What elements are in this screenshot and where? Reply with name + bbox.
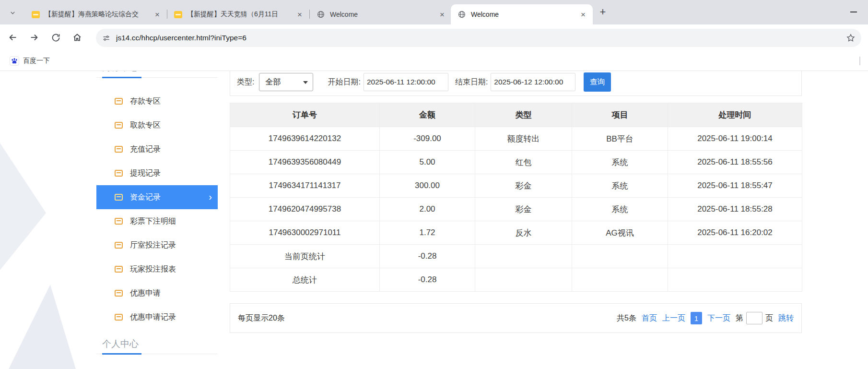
table-row: 1749639614220132 -309.00 额度转出 BB平台 2025-…: [230, 127, 802, 151]
tab-1[interactable]: 【新提醒】海燕策略论坛综合交: [25, 4, 167, 24]
main-content: 类型: 全部 开始日期: 结束日期: 查询 订单号 金额: [230, 71, 802, 369]
col-process-time: 处理时间: [668, 103, 802, 127]
next-page-link[interactable]: 下一页: [707, 313, 730, 323]
lottery-bet-detail-icon: [115, 218, 123, 225]
yellow-site-icon: [32, 11, 40, 18]
cell-project: 系统: [572, 151, 668, 174]
reload-button[interactable]: [47, 29, 64, 46]
col-type: 类型: [475, 103, 572, 127]
sidebar-item-label: 优惠申请记录: [130, 312, 176, 322]
cell-project: BB平台: [572, 127, 668, 151]
home-icon: [72, 32, 82, 43]
cell-process-time: 2025-06-11 18:55:28: [668, 198, 802, 221]
cell-order-id: 1749634171141317: [230, 174, 380, 198]
cell-amount: -0.28: [380, 245, 475, 268]
search-button[interactable]: 查询: [584, 72, 611, 92]
sidebar-section-finance: 财务中心: [96, 71, 218, 78]
bookmarks-bar: 百度一下: [0, 51, 868, 71]
cell-type: 反水: [475, 221, 572, 245]
sidebar-item-label: 彩票下注明细: [130, 216, 176, 226]
sidebar-item-label: 资金记录: [130, 192, 161, 202]
recharge-record-icon: [115, 146, 123, 153]
tab-3[interactable]: Welcome: [310, 4, 452, 24]
cell-type: [475, 245, 572, 268]
pagination-controls: 共5条 首页 上一页 1 下一页 第 页 跳转: [611, 312, 794, 324]
back-button[interactable]: [5, 29, 21, 46]
cell-amount: -0.28: [380, 268, 475, 292]
bookmark-baidu[interactable]: 百度一下: [6, 54, 54, 68]
yellow-site-icon: [174, 11, 182, 18]
cell-amount: 1.72: [380, 221, 475, 245]
total-count-text: 共5条: [617, 313, 636, 323]
url-text: js14.cc/hhcp/usercenter.html?iniType=6: [116, 34, 846, 42]
sidebar-menu: 存款专区 取款专区 充值记录 提现记录 资金记录 彩票下注明细: [96, 89, 218, 329]
cell-project: 系统: [572, 198, 668, 221]
section-underline: [102, 77, 141, 78]
tab-title: 【新提醒】天天竞猜（6月11日: [187, 10, 295, 19]
funds-record-icon: [115, 194, 123, 201]
globe-icon: [317, 10, 325, 19]
cell-project: [572, 245, 668, 268]
window-minimize-button[interactable]: [845, 4, 862, 20]
chevron-right-icon: [209, 191, 212, 202]
sidebar-item-promo-apply-records[interactable]: 优惠申请记录: [96, 305, 218, 329]
page-jump-input[interactable]: [746, 312, 762, 324]
filter-panel: 类型: 全部 开始日期: 结束日期: 查询: [230, 71, 802, 96]
browser-toolbar: js14.cc/hhcp/usercenter.html?iniType=6: [0, 24, 868, 51]
baidu-paw-icon: [10, 56, 19, 66]
sidebar-item-withdraw-zone[interactable]: 取款专区: [96, 113, 218, 137]
cell-process-time: [668, 245, 802, 268]
first-page-link[interactable]: 首页: [642, 313, 657, 323]
type-select[interactable]: 全部: [259, 73, 313, 91]
tab-search-button[interactable]: [5, 5, 20, 20]
new-tab-button[interactable]: [596, 5, 610, 19]
cell-amount: 2.00: [380, 198, 475, 221]
back-arrow-icon: [8, 32, 18, 43]
bookmark-star-icon[interactable]: [846, 33, 856, 43]
start-date-label: 开始日期:: [328, 77, 360, 87]
forward-arrow-icon: [29, 32, 39, 43]
tab-2[interactable]: 【新提醒】天天竞猜（6月11日: [167, 4, 309, 24]
sidebar-item-recharge-records[interactable]: 充值记录: [96, 137, 218, 161]
sidebar-item-player-bet-report[interactable]: 玩家投注报表: [96, 257, 218, 281]
cell-type: 红包: [475, 151, 572, 174]
sidebar-item-lottery-bet-detail[interactable]: 彩票下注明细: [96, 209, 218, 233]
tab-4-active[interactable]: Welcome: [451, 4, 593, 24]
tab-close-icon[interactable]: [578, 10, 588, 19]
tab-strip: 【新提醒】海燕策略论坛综合交 【新提醒】天天竞猜（6月11日 Welcome W…: [0, 0, 868, 24]
tab-close-icon[interactable]: [295, 10, 305, 19]
tab-title: Welcome: [330, 11, 437, 18]
table-row: 1749620474995738 2.00 彩金 系统 2025-06-11 1…: [230, 198, 802, 221]
address-bar[interactable]: js14.cc/hhcp/usercenter.html?iniType=6: [96, 29, 861, 47]
withdrawal-record-icon: [115, 170, 123, 177]
jump-button[interactable]: 跳转: [778, 313, 794, 323]
sidebar-item-hall-bet-records[interactable]: 厅室投注记录: [96, 233, 218, 257]
bookmarks-bar-divider: [859, 57, 860, 65]
cell-order-id: 1749630002971011: [230, 221, 380, 245]
start-date-input[interactable]: [364, 73, 448, 91]
cell-amount: 5.00: [380, 151, 475, 174]
tab-close-icon[interactable]: [152, 10, 162, 19]
sidebar-item-promo-apply[interactable]: 优惠申请: [96, 281, 218, 305]
table-row: 1749634171141317 300.00 彩金 系统 2025-06-11…: [230, 174, 802, 198]
records-table-panel: 订单号 金额 类型 项目 处理时间 1749639614220132 -309.…: [230, 103, 802, 292]
cell-process-time: 2025-06-11 18:55:47: [668, 174, 802, 198]
cell-project: 系统: [572, 174, 668, 198]
current-page-indicator[interactable]: 1: [691, 312, 702, 324]
cell-order-id: 1749639356080449: [230, 151, 380, 174]
sidebar-item-label: 取款专区: [130, 120, 161, 131]
forward-button[interactable]: [26, 29, 42, 46]
home-button[interactable]: [69, 29, 85, 46]
bookmark-label: 百度一下: [23, 57, 50, 65]
col-amount: 金额: [380, 103, 475, 127]
tab-close-icon[interactable]: [437, 10, 447, 19]
type-select-value: 全部: [265, 77, 281, 87]
cell-type: [475, 268, 572, 292]
prev-page-link[interactable]: 上一页: [662, 313, 685, 323]
sidebar-item-withdrawal-records[interactable]: 提现记录: [96, 161, 218, 185]
reload-icon: [51, 33, 61, 43]
sidebar-item-funds-records[interactable]: 资金记录: [96, 185, 218, 209]
end-date-input[interactable]: [491, 73, 575, 91]
sidebar-item-deposit-zone[interactable]: 存款专区: [96, 89, 218, 113]
globe-icon: [457, 10, 466, 19]
